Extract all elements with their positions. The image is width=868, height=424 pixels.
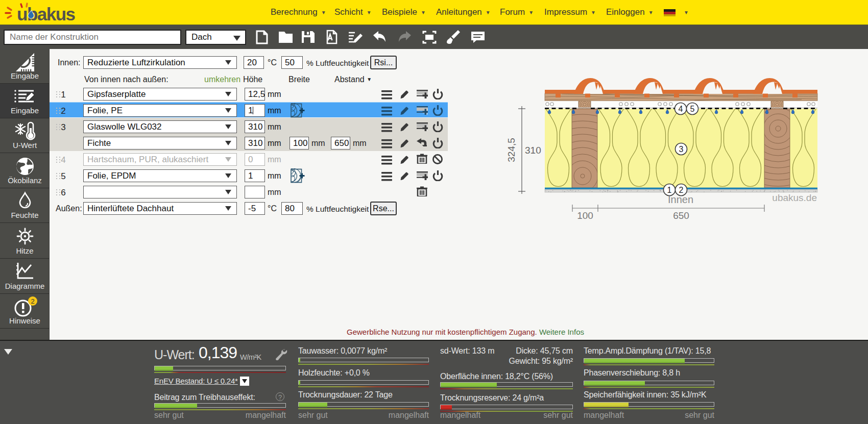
svg-text:Innen: Innen (668, 194, 693, 205)
svg-text:4: 4 (679, 105, 683, 113)
svg-text:1: 1 (667, 186, 672, 194)
svg-text:ubakus.de: ubakus.de (772, 192, 817, 203)
svg-text:2: 2 (679, 186, 684, 194)
svg-text:650: 650 (673, 210, 689, 221)
svg-text:ubakus: ubakus (17, 4, 76, 24)
svg-text:5: 5 (690, 105, 695, 113)
svg-text:310: 310 (525, 145, 541, 156)
svg-text:3: 3 (679, 145, 684, 154)
svg-text:2: 2 (31, 297, 34, 305)
svg-text:100: 100 (577, 210, 593, 221)
svg-text:324,5: 324,5 (506, 138, 517, 162)
